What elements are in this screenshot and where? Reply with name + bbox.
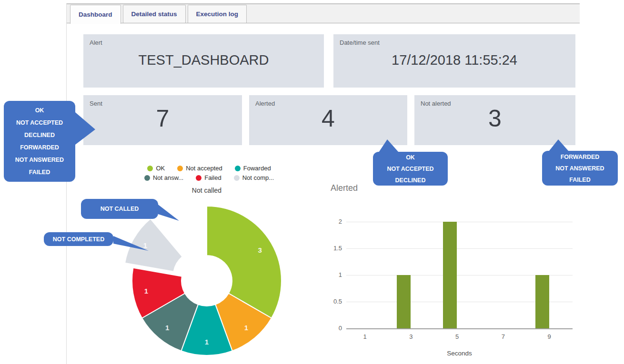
y-axis-label: 1.5 <box>324 245 342 252</box>
callout-line: NOT ANSWERED <box>4 154 75 166</box>
x-axis-title: Seconds <box>346 350 573 357</box>
sent-card-value: 7 <box>83 105 242 132</box>
callout-line: FAILED <box>542 174 618 186</box>
callout-line: DECLINED <box>373 175 448 186</box>
legend-label: Not answ... <box>153 174 183 181</box>
callout-line: NOT ACCEPTED <box>4 117 75 129</box>
legend-item-not-accepted: Not accepted <box>177 165 222 172</box>
legend-dot <box>235 166 241 171</box>
alert-card-label: Alert <box>90 39 102 46</box>
alert-card-value: TEST_DASHBOARD <box>83 52 324 68</box>
legend-item-fowarded: Fowarded <box>235 165 271 172</box>
y-axis-label: 0.5 <box>324 298 342 305</box>
legend-dot <box>147 166 153 171</box>
legend-label: OK <box>156 165 165 172</box>
alert-card: Alert TEST_DASHBOARD <box>83 34 324 88</box>
legend-label: Fowarded <box>243 165 271 172</box>
callout-tail <box>113 236 151 252</box>
donut-slice-value: 1 <box>165 324 169 332</box>
tab-execution-log[interactable]: Execution log <box>188 5 247 23</box>
callout-tail <box>75 111 97 146</box>
legend-label: Failed <box>204 174 221 181</box>
legend-item-failed: Failed <box>196 174 221 181</box>
not-alerted-card: Not alerted 3 <box>414 95 575 145</box>
datetime-card-label: Date/time sent <box>340 39 380 46</box>
legend-item-ok: OK <box>147 165 165 172</box>
donut-chart: 311111 <box>121 195 292 364</box>
legend-dot <box>177 166 183 171</box>
callout-sent-statuses: OKNOT ACCEPTEDDECLINEDFORWARDEDNOT ANSWE… <box>4 101 75 182</box>
donut-slice-value: 1 <box>205 338 209 346</box>
y-axis-label: 2 <box>324 218 342 225</box>
datetime-card: Date/time sent 17/12/2018 11:55:24 <box>333 34 575 88</box>
donut-slice-value: 1 <box>144 287 148 295</box>
x-tick-label: 5 <box>448 333 467 340</box>
bar-seconds-9[interactable] <box>535 275 549 328</box>
callout-line: FORWARDED <box>542 151 618 163</box>
alerted-card-value: 4 <box>249 105 407 132</box>
callout-not-completed: NOT COMPLETED <box>44 232 113 246</box>
callout-line: OK <box>4 104 75 117</box>
x-tick-label: 1 <box>355 333 374 340</box>
callout-alerted-statuses: OKNOT ACCEPTEDDECLINED <box>373 152 448 186</box>
gridline <box>346 222 573 222</box>
bar-chart-title: Alerted <box>331 183 358 193</box>
tab-detailed-status[interactable]: Detailed status <box>123 5 186 23</box>
content-left-border <box>66 3 67 364</box>
bar-seconds-5[interactable] <box>443 222 457 328</box>
legend-dot <box>196 175 201 181</box>
legend-dot <box>234 175 240 181</box>
x-tick-label: 9 <box>540 333 559 340</box>
bar-chart: Alerted 21.510.5013579Seconds <box>324 180 581 364</box>
callout-line: DECLINED <box>4 129 75 141</box>
callout-line: FORWARDED <box>4 141 75 154</box>
callout-tail <box>158 204 181 223</box>
y-axis-label: 0 <box>324 325 342 332</box>
alerted-card: Alerted 4 <box>249 95 407 145</box>
tab-strip: DashboardDetailed statusExecution log <box>67 3 580 23</box>
gridline <box>346 248 573 249</box>
callout-line: NOT ANSWERED <box>542 163 618 174</box>
x-tick-label: 3 <box>402 333 421 340</box>
callout-not-called: NOT CALLED <box>81 199 158 219</box>
legend-item-not-comp: Not comp... <box>234 174 274 181</box>
donut-chart-title: Not called <box>121 187 292 194</box>
donut-slice-ok[interactable] <box>207 206 282 318</box>
sent-card: Sent 7 <box>83 95 242 145</box>
donut-slice-value: 1 <box>244 324 248 332</box>
x-tick-label: 7 <box>493 333 513 340</box>
bar-seconds-3[interactable] <box>397 275 411 328</box>
datetime-card-value: 17/12/2018 11:55:24 <box>333 52 575 68</box>
callout-not-alerted-statuses: FORWARDEDNOT ANSWEREDFAILED <box>542 151 618 186</box>
callout-line: NOT CALLED <box>81 203 158 215</box>
legend-label: Not comp... <box>242 174 274 181</box>
legend-dot <box>144 175 150 181</box>
callout-tail <box>379 139 400 152</box>
callout-line: NOT ACCEPTED <box>373 163 448 175</box>
callout-line: OK <box>373 152 448 163</box>
legend-item-not-answ: Not answ... <box>144 174 183 181</box>
not-alerted-card-value: 3 <box>414 105 575 132</box>
callout-line: NOT COMPLETED <box>44 234 113 245</box>
callout-line: FAILED <box>4 166 75 178</box>
donut-slice-value: 3 <box>258 246 262 254</box>
y-axis-label: 1 <box>324 271 342 278</box>
tab-dashboard[interactable]: Dashboard <box>70 5 121 24</box>
x-axis-line <box>346 328 573 329</box>
legend-label: Not accepted <box>186 165 222 172</box>
donut-legend: OKNot acceptedFowardedNot answ...FailedN… <box>121 165 297 184</box>
callout-tail <box>549 139 570 151</box>
